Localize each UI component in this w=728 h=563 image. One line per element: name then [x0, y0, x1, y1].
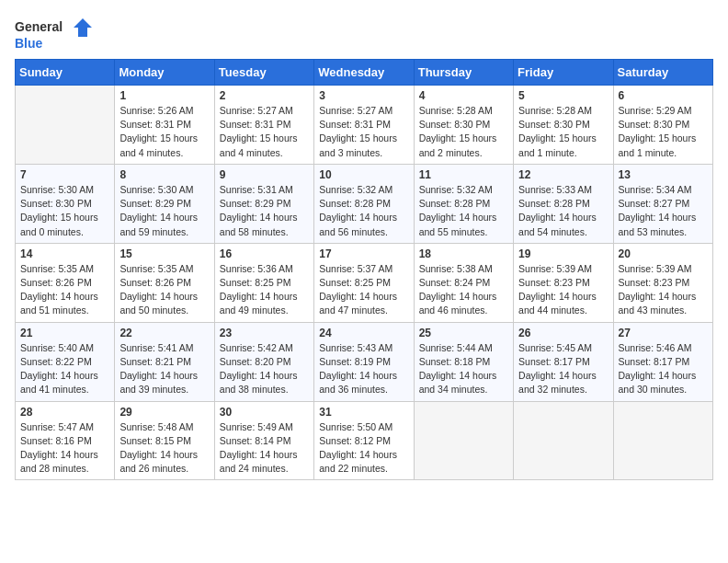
cell-content: Sunrise: 5:39 AMSunset: 8:23 PMDaylight:… [518, 262, 608, 318]
day-number: 21 [20, 327, 109, 339]
cell-content: Sunrise: 5:35 AMSunset: 8:26 PMDaylight:… [119, 262, 209, 318]
day-number: 8 [119, 168, 209, 181]
cell-content: Sunrise: 5:42 AMSunset: 8:20 PMDaylight:… [220, 341, 309, 397]
day-number: 5 [518, 89, 608, 102]
day-number: 23 [220, 327, 309, 339]
day-number: 26 [518, 327, 608, 339]
cell-content: Sunrise: 5:32 AMSunset: 8:28 PMDaylight:… [319, 183, 408, 239]
day-number: 2 [220, 89, 309, 102]
calendar-cell: 15Sunrise: 5:35 AMSunset: 8:26 PMDayligh… [115, 243, 214, 322]
cell-content: Sunrise: 5:48 AMSunset: 8:15 PMDaylight:… [119, 420, 209, 477]
cell-content: Sunrise: 5:29 AMSunset: 8:30 PMDaylight:… [619, 104, 708, 160]
calendar-cell: 7Sunrise: 5:30 AMSunset: 8:30 PMDaylight… [16, 164, 115, 243]
calendar-cell: 5Sunrise: 5:28 AMSunset: 8:30 PMDaylight… [514, 86, 613, 165]
calendar-cell: 14Sunrise: 5:35 AMSunset: 8:26 PMDayligh… [16, 243, 115, 322]
calendar-cell: 23Sunrise: 5:42 AMSunset: 8:20 PMDayligh… [214, 322, 313, 401]
day-number: 20 [619, 247, 708, 260]
calendar-cell: 3Sunrise: 5:27 AMSunset: 8:31 PMDaylight… [314, 86, 414, 165]
calendar-cell: 18Sunrise: 5:38 AMSunset: 8:24 PMDayligh… [414, 243, 513, 322]
page-header: General Blue [15, 15, 713, 52]
calendar-body: 1Sunrise: 5:26 AMSunset: 8:31 PMDaylight… [16, 86, 713, 480]
day-number: 10 [319, 168, 408, 181]
calendar-cell: 13Sunrise: 5:34 AMSunset: 8:27 PMDayligh… [613, 164, 712, 243]
day-number: 16 [220, 247, 309, 260]
day-header-tuesday: Tuesday [214, 60, 313, 86]
week-row-1: 1Sunrise: 5:26 AMSunset: 8:31 PMDaylight… [16, 86, 713, 165]
calendar-cell: 28Sunrise: 5:47 AMSunset: 8:16 PMDayligh… [16, 401, 115, 480]
cell-content: Sunrise: 5:45 AMSunset: 8:17 PMDaylight:… [518, 341, 608, 397]
day-number: 11 [419, 168, 508, 181]
cell-content: Sunrise: 5:31 AMSunset: 8:29 PMDaylight:… [220, 183, 309, 239]
day-number: 7 [20, 168, 109, 181]
cell-content: Sunrise: 5:49 AMSunset: 8:14 PMDaylight:… [220, 420, 309, 477]
calendar-cell: 16Sunrise: 5:36 AMSunset: 8:25 PMDayligh… [214, 243, 313, 322]
cell-content: Sunrise: 5:38 AMSunset: 8:24 PMDaylight:… [419, 262, 508, 318]
day-number: 14 [20, 247, 109, 260]
day-number: 17 [319, 247, 408, 260]
day-number: 24 [319, 327, 408, 339]
calendar-cell: 4Sunrise: 5:28 AMSunset: 8:30 PMDaylight… [414, 86, 513, 165]
calendar-cell: 24Sunrise: 5:43 AMSunset: 8:19 PMDayligh… [314, 322, 414, 401]
day-number: 18 [419, 247, 508, 260]
day-header-monday: Monday [115, 60, 214, 86]
cell-content: Sunrise: 5:43 AMSunset: 8:19 PMDaylight:… [319, 341, 408, 397]
day-number: 4 [419, 89, 508, 102]
week-row-4: 21Sunrise: 5:40 AMSunset: 8:22 PMDayligh… [16, 322, 713, 401]
day-number: 22 [119, 327, 209, 339]
calendar-cell: 8Sunrise: 5:30 AMSunset: 8:29 PMDaylight… [115, 164, 214, 243]
calendar-cell: 1Sunrise: 5:26 AMSunset: 8:31 PMDaylight… [115, 86, 214, 165]
cell-content: Sunrise: 5:30 AMSunset: 8:30 PMDaylight:… [20, 183, 109, 239]
calendar-cell: 17Sunrise: 5:37 AMSunset: 8:25 PMDayligh… [314, 243, 414, 322]
logo-icon: General Blue [15, 15, 97, 52]
cell-content: Sunrise: 5:46 AMSunset: 8:17 PMDaylight:… [619, 341, 708, 397]
day-number: 9 [220, 168, 309, 181]
day-number: 6 [619, 89, 708, 102]
day-number: 29 [119, 406, 209, 419]
calendar-cell [613, 401, 712, 480]
svg-text:General: General [15, 19, 63, 34]
day-header-friday: Friday [514, 60, 613, 86]
cell-content: Sunrise: 5:27 AMSunset: 8:31 PMDaylight:… [220, 104, 309, 160]
cell-content: Sunrise: 5:32 AMSunset: 8:28 PMDaylight:… [419, 183, 508, 239]
week-row-3: 14Sunrise: 5:35 AMSunset: 8:26 PMDayligh… [16, 243, 713, 322]
cell-content: Sunrise: 5:40 AMSunset: 8:22 PMDaylight:… [20, 341, 109, 397]
cell-content: Sunrise: 5:28 AMSunset: 8:30 PMDaylight:… [419, 104, 508, 160]
cell-content: Sunrise: 5:39 AMSunset: 8:23 PMDaylight:… [619, 262, 708, 318]
cell-content: Sunrise: 5:35 AMSunset: 8:26 PMDaylight:… [20, 262, 109, 318]
cell-content: Sunrise: 5:41 AMSunset: 8:21 PMDaylight:… [119, 341, 209, 397]
svg-text:Blue: Blue [15, 36, 43, 51]
calendar-cell: 20Sunrise: 5:39 AMSunset: 8:23 PMDayligh… [613, 243, 712, 322]
calendar-cell: 22Sunrise: 5:41 AMSunset: 8:21 PMDayligh… [115, 322, 214, 401]
cell-content: Sunrise: 5:47 AMSunset: 8:16 PMDaylight:… [20, 420, 109, 477]
day-number: 28 [20, 406, 109, 419]
cell-content: Sunrise: 5:28 AMSunset: 8:30 PMDaylight:… [518, 104, 608, 160]
cell-content: Sunrise: 5:33 AMSunset: 8:28 PMDaylight:… [518, 183, 608, 239]
calendar-cell: 26Sunrise: 5:45 AMSunset: 8:17 PMDayligh… [514, 322, 613, 401]
day-number: 25 [419, 327, 508, 339]
calendar-cell: 29Sunrise: 5:48 AMSunset: 8:15 PMDayligh… [115, 401, 214, 480]
week-row-2: 7Sunrise: 5:30 AMSunset: 8:30 PMDaylight… [16, 164, 713, 243]
calendar-cell [514, 401, 613, 480]
calendar-cell [16, 86, 115, 165]
calendar-cell: 31Sunrise: 5:50 AMSunset: 8:12 PMDayligh… [314, 401, 414, 480]
cell-content: Sunrise: 5:44 AMSunset: 8:18 PMDaylight:… [419, 341, 508, 397]
cell-content: Sunrise: 5:26 AMSunset: 8:31 PMDaylight:… [119, 104, 209, 160]
day-number: 3 [319, 89, 408, 102]
cell-content: Sunrise: 5:37 AMSunset: 8:25 PMDaylight:… [319, 262, 408, 318]
svg-marker-1 [74, 18, 92, 37]
day-header-sunday: Sunday [16, 60, 115, 86]
cell-content: Sunrise: 5:30 AMSunset: 8:29 PMDaylight:… [119, 183, 209, 239]
day-header-thursday: Thursday [414, 60, 513, 86]
calendar-cell: 21Sunrise: 5:40 AMSunset: 8:22 PMDayligh… [16, 322, 115, 401]
day-number: 12 [518, 168, 608, 181]
calendar-cell [414, 401, 513, 480]
cell-content: Sunrise: 5:50 AMSunset: 8:12 PMDaylight:… [319, 420, 408, 477]
cell-content: Sunrise: 5:36 AMSunset: 8:25 PMDaylight:… [220, 262, 309, 318]
day-number: 31 [319, 406, 408, 419]
day-number: 1 [119, 89, 209, 102]
calendar-cell: 6Sunrise: 5:29 AMSunset: 8:30 PMDaylight… [613, 86, 712, 165]
calendar-cell: 19Sunrise: 5:39 AMSunset: 8:23 PMDayligh… [514, 243, 613, 322]
calendar-cell: 30Sunrise: 5:49 AMSunset: 8:14 PMDayligh… [214, 401, 313, 480]
day-number: 13 [619, 168, 708, 181]
calendar-table: SundayMondayTuesdayWednesdayThursdayFrid… [15, 59, 713, 480]
